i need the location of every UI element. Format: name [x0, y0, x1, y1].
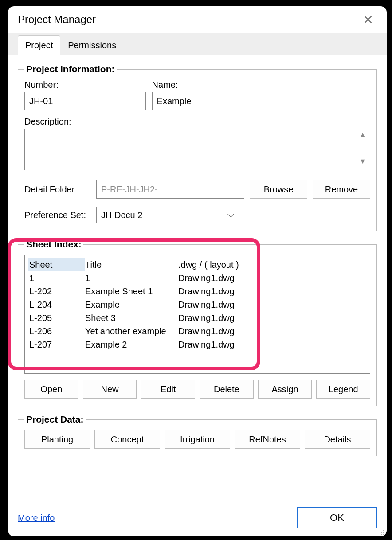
cell-title: Sheet 3	[85, 313, 178, 323]
cell-title: Example 2	[85, 340, 178, 350]
project-information-legend: Project Information:	[24, 64, 117, 74]
svg-point-2	[383, 530, 384, 531]
detail-folder-input[interactable]: P-RE-JH-JH2-	[96, 180, 244, 199]
ok-button[interactable]: OK	[297, 507, 377, 528]
preference-set-label: Preference Set:	[24, 210, 91, 220]
svg-point-5	[380, 534, 380, 535]
detail-folder-label: Detail Folder:	[24, 184, 91, 195]
name-label: Name:	[152, 80, 370, 90]
edit-button[interactable]: Edit	[141, 380, 195, 399]
project-data-group: Project Data: PlantingConceptIrrigationR…	[18, 414, 377, 456]
description-label: Description:	[24, 117, 370, 127]
table-row[interactable]: L-204ExampleDrawing1.dwg	[28, 298, 366, 311]
tab-project[interactable]: Project	[18, 35, 60, 55]
cell-dwg: Drawing1.dwg	[178, 340, 366, 350]
assign-button[interactable]: Assign	[258, 380, 312, 399]
project-manager-window: Project Manager Project Permissions Proj…	[8, 6, 387, 536]
sheet-index-legend: Sheet Index:	[24, 239, 83, 250]
table-row[interactable]: L-205Sheet 3Drawing1.dwg	[28, 311, 366, 325]
number-label: Number:	[24, 80, 146, 90]
refnotes-button[interactable]: RefNotes	[235, 430, 300, 449]
cell-title: Yet another example	[85, 326, 178, 337]
col-sheet[interactable]: Sheet	[28, 258, 85, 271]
scroll-up-icon[interactable]: ▲	[357, 131, 368, 141]
resize-grip-icon[interactable]	[378, 528, 385, 535]
table-row[interactable]: L-207Example 2Drawing1.dwg	[28, 338, 366, 351]
tab-permissions[interactable]: Permissions	[60, 35, 124, 55]
tabstrip: Project Permissions	[8, 33, 387, 55]
browse-button[interactable]: Browse	[250, 180, 307, 199]
project-data-legend: Project Data:	[24, 414, 86, 425]
delete-button[interactable]: Delete	[200, 380, 254, 399]
open-button[interactable]: Open	[24, 380, 78, 399]
remove-button[interactable]: Remove	[313, 180, 370, 199]
sheet-index-group: Sheet Index: Sheet Title .dwg / ( layout…	[18, 239, 377, 406]
titlebar: Project Manager	[8, 6, 387, 33]
details-button[interactable]: Details	[305, 430, 370, 449]
project-data-buttons: PlantingConceptIrrigationRefNotesDetails	[24, 430, 370, 449]
irrigation-button[interactable]: Irrigation	[165, 430, 230, 449]
cell-dwg: Drawing1.dwg	[178, 313, 366, 323]
cell-sheet: L-204	[28, 300, 85, 310]
scroll-down-icon[interactable]: ▼	[357, 157, 368, 168]
new-button[interactable]: New	[83, 380, 137, 399]
concept-button[interactable]: Concept	[94, 430, 160, 449]
svg-point-6	[381, 534, 382, 535]
table-row[interactable]: 11Drawing1.dwg	[28, 271, 366, 285]
cell-dwg: Drawing1.dwg	[178, 286, 366, 297]
cell-sheet: L-205	[28, 313, 85, 323]
cell-title: Example Sheet 1	[85, 286, 178, 297]
content-area: Project Information: Number: Name: Descr…	[8, 55, 387, 502]
description-textarea[interactable]: ▲ ▼	[24, 129, 370, 170]
cell-sheet: L-202	[28, 286, 85, 297]
svg-point-7	[383, 534, 384, 535]
close-icon[interactable]	[359, 11, 377, 28]
sheet-index-buttons: OpenNewEditDeleteAssignLegend	[24, 380, 370, 399]
col-title[interactable]: Title	[85, 260, 178, 270]
cell-dwg: Drawing1.dwg	[178, 273, 366, 283]
col-dwg[interactable]: .dwg / ( layout )	[178, 260, 366, 270]
name-input[interactable]	[152, 92, 370, 110]
project-information-group: Project Information: Number: Name: Descr…	[18, 64, 377, 231]
sheet-header-row: Sheet Title .dwg / ( layout )	[28, 258, 366, 271]
planting-button[interactable]: Planting	[24, 430, 90, 449]
table-row[interactable]: L-202Example Sheet 1Drawing1.dwg	[28, 285, 366, 298]
cell-dwg: Drawing1.dwg	[178, 326, 366, 337]
svg-point-3	[381, 532, 382, 533]
cell-sheet: L-206	[28, 326, 85, 337]
cell-sheet: L-207	[28, 340, 85, 350]
preference-set-select[interactable]: JH Docu 2	[96, 207, 238, 223]
cell-title: Example	[85, 300, 178, 310]
sheet-index-list[interactable]: Sheet Title .dwg / ( layout ) 11Drawing1…	[24, 255, 370, 374]
footer: More info OK	[8, 502, 387, 536]
number-input[interactable]	[24, 92, 146, 110]
cell-title: 1	[85, 273, 178, 283]
cell-sheet: 1	[28, 273, 85, 283]
svg-point-4	[383, 532, 384, 533]
more-info-link[interactable]: More info	[18, 513, 55, 523]
table-row[interactable]: L-206Yet another exampleDrawing1.dwg	[28, 325, 366, 338]
legend-button[interactable]: Legend	[316, 380, 370, 399]
cell-dwg: Drawing1.dwg	[178, 300, 366, 310]
window-title: Project Manager	[18, 13, 96, 26]
